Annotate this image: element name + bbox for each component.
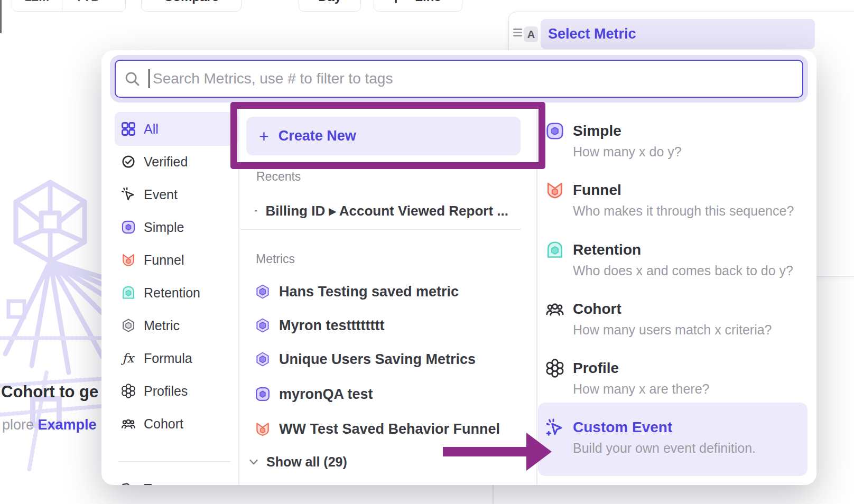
funnel-icon: [121, 253, 136, 267]
formula-fx-icon: ƒx: [121, 351, 136, 366]
cohort-people-icon: [121, 416, 136, 431]
verified-badge-icon: [121, 154, 136, 169]
funnel-icon: [255, 421, 271, 437]
sidebar-divider: [118, 461, 230, 462]
sidebar-item-label: T: [144, 481, 152, 486]
drag-handle-icon[interactable]: [513, 29, 522, 38]
svg-text:ƒx: ƒx: [121, 351, 135, 366]
retention-icon: [121, 285, 136, 300]
tag-icon: [121, 481, 136, 485]
sidebar-item-all[interactable]: All: [115, 112, 238, 146]
types-column-divider: [536, 106, 537, 485]
example-link-fragment[interactable]: Example: [38, 417, 97, 433]
metric-item-label: WW Test Saved Behavior Funnel: [279, 421, 500, 437]
query-row-badge: A: [524, 26, 538, 42]
simple-metric-icon: [121, 220, 136, 235]
sidebar-item-label: Simple: [144, 220, 184, 235]
sidebar-item-label: Funnel: [144, 253, 184, 268]
type-subtitle: Who makes it through this sequence?: [573, 203, 794, 219]
plus-icon: +: [259, 128, 269, 145]
sidebar-column-divider: [238, 106, 239, 485]
type-title: Simple: [573, 123, 621, 139]
metric-hexagon-icon: [121, 318, 136, 333]
profiles-cluster-icon: [545, 359, 564, 378]
metric-search-box[interactable]: [115, 60, 803, 98]
sidebar-item-label: Verified: [144, 154, 188, 170]
sidebar-item-profiles[interactable]: Profiles: [115, 376, 234, 406]
sidebar-item-label: All: [144, 122, 159, 137]
metric-item-label: Hans Testing saved metric: [279, 284, 459, 300]
sidebar-item-event[interactable]: Event: [115, 180, 234, 209]
cohort-people-icon: [255, 203, 257, 219]
metric-item-label: Unique Users Saving Metrics: [279, 351, 476, 368]
funnel-icon: [545, 181, 564, 200]
search-input[interactable]: [152, 70, 777, 88]
metrics-heading: Metrics: [256, 252, 295, 266]
recent-item-billing[interactable]: Billing ID ▸ Account Viewed Report ...: [255, 200, 508, 221]
range-ytd-button[interactable]: YTD: [62, 0, 125, 11]
type-subtitle: Build your own event definition.: [573, 441, 756, 456]
cohort-people-icon: [545, 300, 564, 319]
saved-metric-hexagon-icon: [255, 351, 271, 367]
date-range-segmented-control[interactable]: 12M YTD: [12, 0, 126, 12]
sidebar-item-label: Cohort: [144, 416, 183, 432]
metric-item-label: Myron testttttttt: [279, 318, 384, 334]
type-title: Custom Event: [573, 419, 672, 436]
retention-icon: [545, 240, 564, 259]
show-all-toggle[interactable]: Show all (29): [248, 454, 347, 470]
metric-list-item[interactable]: WW Test Saved Behavior Funnel: [255, 418, 500, 440]
type-subtitle: How many x do y?: [573, 144, 682, 160]
type-subtitle: How many x are there?: [573, 381, 709, 397]
sidebar-item-verified[interactable]: Verified: [115, 147, 234, 176]
sidebar-item-metric[interactable]: Metric: [115, 311, 234, 340]
metric-item-label: myronQA test: [279, 386, 373, 403]
sidebar-item-retention[interactable]: Retention: [115, 278, 234, 307]
type-title: Retention: [573, 241, 641, 258]
metric-list-item[interactable]: Hans Testing saved metric: [255, 281, 459, 302]
sidebar-item-cohort[interactable]: Cohort: [115, 409, 234, 438]
create-new-button[interactable]: + Create New: [246, 117, 521, 155]
sidebar-item-label: Event: [144, 187, 178, 202]
text-cursor: [148, 69, 150, 88]
sidebar-item-label: Formula: [144, 351, 192, 366]
type-subtitle: Who does x and comes back to do y?: [573, 263, 793, 278]
sidebar-item-label: Profiles: [144, 384, 188, 399]
interval-day-button[interactable]: Day: [299, 0, 361, 12]
profiles-cluster-icon: [121, 384, 136, 398]
recent-item-label: Billing ID ▸ Account Viewed Report ...: [266, 203, 508, 219]
chevron-down-icon: [248, 459, 259, 466]
recents-metrics-divider: [240, 229, 521, 230]
annotation-arrow-head: [526, 433, 552, 471]
type-title: Funnel: [573, 182, 621, 199]
sidebar-item-label: Metric: [144, 318, 180, 333]
sidebar-item-funnel[interactable]: Funnel: [115, 245, 234, 275]
sidebar-item-label: Retention: [144, 285, 200, 301]
saved-metric-hexagon-icon: [255, 284, 271, 300]
search-icon: [124, 71, 140, 87]
custom-event-highlight: [538, 403, 807, 476]
type-title: Cohort: [573, 301, 621, 318]
saved-metric-hexagon-icon: [255, 318, 271, 333]
simple-metric-icon: [545, 122, 564, 141]
simple-metric-icon: [255, 386, 271, 402]
grid-icon: [121, 122, 136, 136]
metric-picker-modal: All Verified Event Simple Funnel: [101, 50, 816, 485]
compare-button[interactable]: Compare: [141, 0, 242, 12]
sidebar-item-simple[interactable]: Simple: [115, 212, 234, 242]
line-chart-icon: [395, 0, 410, 4]
type-subtitle: How many users match x criteria?: [573, 322, 772, 338]
sidebar-item-partial-bottom[interactable]: T: [115, 474, 234, 485]
metric-list-item[interactable]: Myron testttttttt: [255, 315, 384, 336]
metric-list-item[interactable]: myronQA test: [255, 384, 373, 405]
metric-list-item[interactable]: Unique Users Saving Metrics: [255, 349, 476, 370]
select-metric-chip[interactable]: Select Metric: [541, 19, 815, 49]
annotation-arrow-shaft: [443, 447, 527, 456]
range-12m-button[interactable]: 12M: [12, 0, 62, 11]
left-edge-mark: [0, 0, 2, 33]
background-explore-line: plore Example: [2, 417, 97, 433]
sidebar-item-formula[interactable]: ƒx Formula: [115, 343, 234, 373]
recents-heading: Recents: [256, 170, 301, 184]
chart-type-line-button[interactable]: Line: [374, 0, 462, 12]
explore-text-fragment: plore: [2, 417, 34, 433]
background-headline-fragment: Cohort to ge: [1, 382, 98, 402]
